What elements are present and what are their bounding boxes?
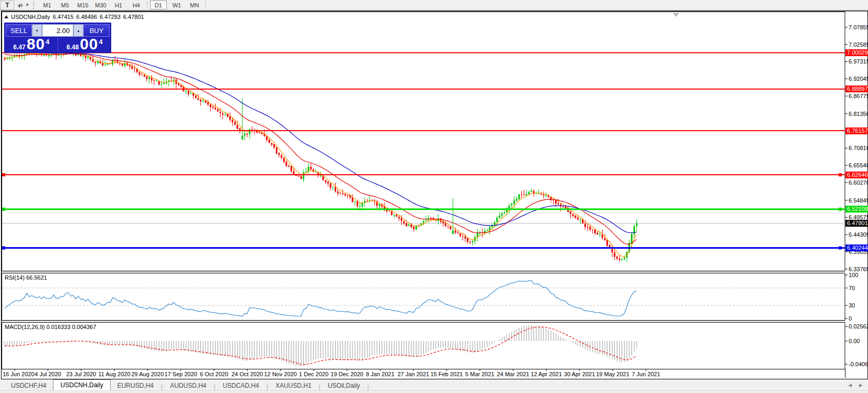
price-tick-6.86775: 6.86775 <box>849 93 868 99</box>
title-low: 6.47293 <box>100 14 121 20</box>
tab-divider: | <box>161 383 163 390</box>
price-tick-6.81350: 6.81350 <box>849 111 868 117</box>
rsi-tick-100: 100 <box>849 272 868 278</box>
chart-title: USDCNH,Daily 6.47415 6.48496 6.47293 6.4… <box>4 13 147 20</box>
current-price-badge: 6.47801 <box>845 220 868 227</box>
buy-price-big: 00 <box>80 37 98 51</box>
buy-price-pip: 4 <box>99 38 103 46</box>
rsi-label: RSI(14) 66.5621 <box>5 274 47 281</box>
date-label: 4 Jul 2020 <box>35 371 61 377</box>
date-label: 7 Jun 2021 <box>631 371 660 377</box>
date-label: 27 Jan 2021 <box>398 371 430 377</box>
macd-label: MACD(12,26,9) 0.016333 0.004367 <box>5 324 96 330</box>
date-label: 23 Jul 2020 <box>66 371 96 377</box>
arrows-dropdown-icon[interactable]: ▼ <box>25 3 29 7</box>
toolbar-grip <box>33 2 37 9</box>
toolbar-separator <box>205 1 206 9</box>
macd-tick-0.025623: 0.025623 <box>849 323 868 330</box>
tab-divider: | <box>214 383 216 390</box>
price-tick-6.70810: 6.70810 <box>849 145 868 151</box>
level-price-badge-7.00029: 7.00029 <box>845 49 868 56</box>
rsi-tick-0: 0 <box>849 315 868 322</box>
chart-window: USDCNH,Daily 6.47415 6.48496 6.47293 6.4… <box>1 10 868 379</box>
date-label: 12 Nov 2020 <box>264 371 297 377</box>
date-label: 29 Aug 2020 <box>131 371 164 377</box>
price-tick-7.02585: 7.02585 <box>849 41 868 48</box>
date-label: 24 Mar 2021 <box>497 371 529 377</box>
timeframe-button-m5[interactable]: M5 <box>57 1 73 9</box>
text-tool-button[interactable]: T <box>1 1 14 10</box>
chart-tab-xauusd-h1[interactable]: XAUUSD,H1 <box>269 381 318 390</box>
arrows-tool-button[interactable]: ▼ <box>15 1 31 9</box>
chart-tab-usoil-daily[interactable]: USOil,Daily <box>321 381 367 390</box>
arrows-icon <box>17 2 24 9</box>
price-tick-6.65540: 6.65540 <box>849 162 868 168</box>
timeframe-button-h1[interactable]: H1 <box>111 1 126 9</box>
price-tick-6.33765: 6.33765 <box>849 266 868 272</box>
date-label: 24 Oct 2020 <box>231 371 263 377</box>
timeframe-button-m1[interactable]: M1 <box>39 1 55 9</box>
level-price-badge-6.76157: 6.76157 <box>845 128 868 134</box>
level-price-badge-6.40244: 6.40244 <box>845 245 868 251</box>
level-price-badge-6.52108: 6.52108 <box>845 206 868 213</box>
date-label: 6 Oct 2020 <box>200 371 228 377</box>
timeframe-button-mn[interactable]: MN <box>187 1 202 9</box>
date-label: 12 Apr 2021 <box>531 371 562 377</box>
date-label: 15 Feb 2021 <box>431 371 463 377</box>
date-label: 1 Dec 2020 <box>299 371 328 377</box>
level-price-badge-6.62646: 6.62646 <box>845 172 868 178</box>
tab-divider: | <box>266 383 268 390</box>
price-tick-6.92045: 6.92045 <box>849 76 868 82</box>
sell-price-small: 6.47 <box>13 44 25 51</box>
price-tick-7.07855: 7.07855 <box>849 24 868 30</box>
date-label: 19 Dec 2020 <box>330 371 363 377</box>
sell-price[interactable]: 6.47 80 4 <box>5 37 58 52</box>
tab-scroll-right-icon[interactable]: ▶ <box>859 383 863 388</box>
date-label: 11 Aug 2020 <box>99 371 131 377</box>
date-label: 16 Jun 2020 <box>3 371 35 377</box>
date-label: 19 May 2021 <box>596 371 629 377</box>
volume-input[interactable]: 2.00 <box>42 24 73 37</box>
chart-tab-usdcnh-daily[interactable]: USDCNH,Daily <box>53 379 110 390</box>
tab-divider: | <box>367 383 369 390</box>
chart-tab-bar: USDCHF,H4USDCNH,DailyEURUSD,H4|AUDUSD,H4… <box>0 379 868 391</box>
tab-scroll-left-icon[interactable]: ◀ <box>848 383 852 388</box>
timeframe-button-d1[interactable]: D1 <box>150 1 167 9</box>
window-marker-icon[interactable] <box>4 15 8 18</box>
chart-shift-marker-icon[interactable] <box>673 13 679 17</box>
chart-canvas[interactable] <box>2 12 867 378</box>
date-label: 8 Jan 2021 <box>366 371 394 377</box>
chart-tab-usdchf-h4[interactable]: USDCHF,H4 <box>4 381 53 390</box>
trading-terminal: { "toolbar": { "text_tool_label": "T", "… <box>0 0 868 393</box>
macd-tick--0.040687: -0.040687 <box>849 361 868 367</box>
sell-price-big: 80 <box>27 37 45 51</box>
buy-price[interactable]: 6.48 00 4 <box>58 37 111 52</box>
timeframe-button-m30[interactable]: M30 <box>93 1 109 9</box>
title-symbol: USDCNH,Daily <box>11 14 50 20</box>
top-toolbar: T ▼ M1M5M15M30H1H4D1W1MN <box>0 0 868 10</box>
date-label: 17 Sep 2020 <box>165 371 197 377</box>
title-high: 6.48496 <box>76 14 97 20</box>
timeframe-button-w1[interactable]: W1 <box>169 1 185 9</box>
timeframe-button-h4[interactable]: H4 <box>128 1 144 9</box>
timeframe-buttons: M1M5M15M30H1H4D1W1MN <box>38 1 203 9</box>
tab-divider: | <box>319 383 320 390</box>
buy-price-small: 6.48 <box>67 44 79 51</box>
date-label: 5 Mar 2021 <box>465 371 495 377</box>
level-price-badge-6.88897: 6.88897 <box>845 86 868 92</box>
chart-tab-usdcad-h4[interactable]: USDCAD,H4 <box>216 381 266 390</box>
price-tick-6.54845: 6.54845 <box>849 197 868 204</box>
macd-tick-0.00: 0.00 <box>849 338 868 344</box>
price-tick-6.97315: 6.97315 <box>849 58 868 65</box>
rsi-tick-70: 70 <box>849 285 868 291</box>
title-close: 6.47801 <box>123 14 144 20</box>
price-tick-6.44305: 6.44305 <box>849 231 868 238</box>
title-open: 6.47415 <box>53 14 74 20</box>
chart-tab-audusd-h4[interactable]: AUDUSD,H4 <box>163 381 213 390</box>
chart-tab-eurusd-h4[interactable]: EURUSD,H4 <box>111 381 160 390</box>
date-label: 30 Apr 2021 <box>564 371 595 377</box>
price-tick-6.60270: 6.60270 <box>849 179 868 186</box>
toolbar-separator <box>147 1 147 9</box>
timeframe-button-m15[interactable]: M15 <box>75 1 91 9</box>
sell-price-pip: 4 <box>46 38 49 46</box>
